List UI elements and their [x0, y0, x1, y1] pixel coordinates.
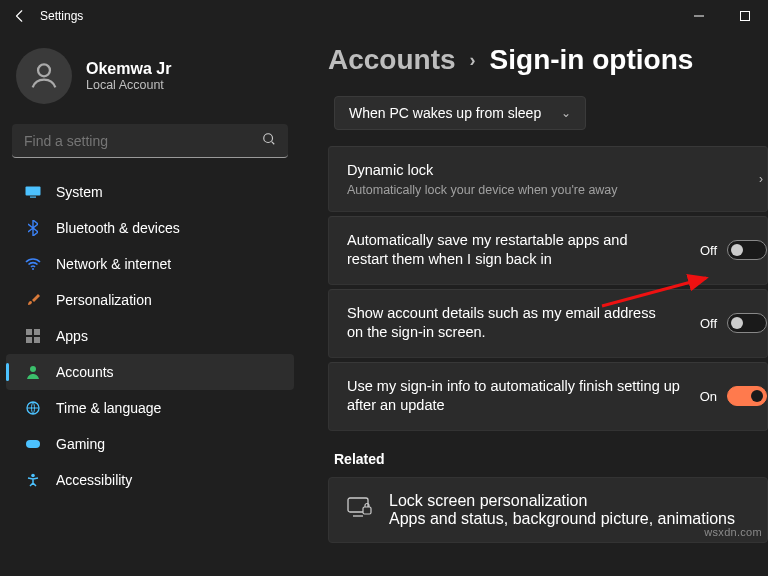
svg-point-12 [30, 366, 36, 372]
sidebar-item-label: Apps [56, 328, 88, 344]
search-icon [262, 132, 276, 150]
sidebar-item-label: Time & language [56, 400, 161, 416]
svg-point-3 [264, 133, 273, 142]
finish-setup-state: On [700, 389, 717, 404]
sidebar-item-gaming[interactable]: Gaming [6, 426, 294, 462]
apps-icon [24, 327, 42, 345]
dynamic-lock-title: Dynamic lock [347, 161, 751, 181]
dynamic-lock-card[interactable]: Dynamic lock Automatically lock your dev… [328, 146, 768, 212]
sidebar-item-network-internet[interactable]: Network & internet [6, 246, 294, 282]
sidebar-item-label: Accounts [56, 364, 114, 380]
user-name: Okemwa Jr [86, 60, 171, 78]
search-field[interactable] [12, 124, 288, 158]
bluetooth-icon [24, 219, 42, 237]
finish-setup-toggle[interactable] [727, 386, 767, 406]
restartable-apps-card: Automatically save my restartable apps a… [328, 216, 768, 285]
svg-rect-10 [26, 337, 32, 343]
monitor-lock-icon [347, 497, 373, 523]
sidebar-item-label: Accessibility [56, 472, 132, 488]
account-type: Local Account [86, 78, 171, 92]
chevron-down-icon: ⌄ [561, 106, 571, 120]
nav-list: SystemBluetooth & devicesNetwork & inter… [0, 174, 300, 498]
svg-rect-1 [741, 12, 750, 21]
restartable-toggle[interactable] [727, 240, 767, 260]
sidebar-item-accessibility[interactable]: Accessibility [6, 462, 294, 498]
svg-rect-9 [34, 329, 40, 335]
finish-setup-card: Use my sign-in info to automatically fin… [328, 362, 768, 431]
svg-rect-11 [34, 337, 40, 343]
sidebar-item-label: Bluetooth & devices [56, 220, 180, 236]
search-input[interactable] [24, 133, 262, 149]
sidebar-item-time-language[interactable]: Time & language [6, 390, 294, 426]
back-button[interactable] [8, 4, 32, 28]
breadcrumb-current: Sign-in options [490, 44, 694, 76]
sidebar-item-bluetooth-devices[interactable]: Bluetooth & devices [6, 210, 294, 246]
sidebar-item-label: Personalization [56, 292, 152, 308]
finish-setup-title: Use my sign-in info to automatically fin… [347, 377, 687, 416]
lock-screen-sub: Apps and status, background picture, ani… [389, 510, 735, 528]
related-heading: Related [334, 451, 768, 467]
account-details-toggle[interactable] [727, 313, 767, 333]
sidebar-item-label: Network & internet [56, 256, 171, 272]
dropdown-label: When PC wakes up from sleep [349, 105, 541, 121]
sidebar-item-label: Gaming [56, 436, 105, 452]
minimize-button[interactable] [676, 0, 722, 32]
main-pane: Accounts › Sign-in options When PC wakes… [300, 32, 768, 576]
wifi-icon [24, 255, 42, 273]
svg-rect-6 [30, 197, 36, 198]
lock-screen-title: Lock screen personalization [389, 492, 735, 510]
sidebar-item-apps[interactable]: Apps [6, 318, 294, 354]
svg-point-2 [38, 64, 50, 76]
sidebar-item-personalization[interactable]: Personalization [6, 282, 294, 318]
monitor-icon [24, 183, 42, 201]
chevron-right-icon: › [759, 172, 763, 186]
svg-rect-14 [26, 440, 40, 448]
svg-line-4 [272, 141, 275, 144]
restartable-state: Off [700, 243, 717, 258]
account-details-title: Show account details such as my email ad… [347, 304, 667, 343]
require-signin-dropdown[interactable]: When PC wakes up from sleep ⌄ [334, 96, 586, 130]
sidebar: Okemwa Jr Local Account SystemBluetooth … [0, 32, 300, 576]
brush-icon [24, 291, 42, 309]
restartable-title: Automatically save my restartable apps a… [347, 231, 667, 270]
lock-screen-card[interactable]: Lock screen personalization Apps and sta… [328, 477, 768, 543]
maximize-button[interactable] [722, 0, 768, 32]
account-details-state: Off [700, 316, 717, 331]
breadcrumb: Accounts › Sign-in options [328, 44, 768, 76]
profile-block[interactable]: Okemwa Jr Local Account [0, 40, 300, 120]
svg-point-7 [32, 268, 34, 270]
breadcrumb-parent[interactable]: Accounts [328, 44, 456, 76]
dynamic-lock-sub: Automatically lock your device when you'… [347, 183, 751, 197]
sidebar-item-accounts[interactable]: Accounts [6, 354, 294, 390]
gaming-icon [24, 435, 42, 453]
person-icon [24, 363, 42, 381]
sidebar-item-system[interactable]: System [6, 174, 294, 210]
account-details-card: Show account details such as my email ad… [328, 289, 768, 358]
svg-rect-18 [363, 507, 371, 514]
svg-point-15 [31, 474, 35, 478]
svg-rect-5 [26, 187, 41, 196]
sidebar-item-label: System [56, 184, 103, 200]
window-title: Settings [40, 9, 83, 23]
avatar [16, 48, 72, 104]
watermark: wsxdn.com [704, 526, 762, 538]
chevron-right-icon: › [470, 50, 476, 71]
globe-icon [24, 399, 42, 417]
svg-rect-8 [26, 329, 32, 335]
accessibility-icon [24, 471, 42, 489]
